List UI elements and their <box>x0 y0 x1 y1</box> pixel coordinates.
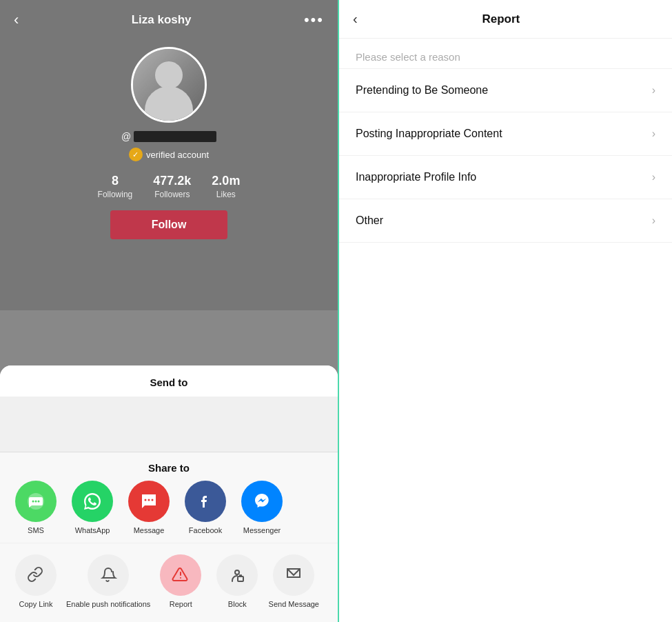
avatar-container <box>0 47 338 123</box>
notifications-icon[interactable] <box>88 554 129 596</box>
likes-count: 2.0m <box>212 174 240 188</box>
report-option-text-other: Other <box>356 214 383 227</box>
chevron-right-icon-0: › <box>652 84 655 97</box>
share-whatsapp[interactable]: WhatsApp <box>66 481 119 534</box>
profile-header: ‹ Liza koshy ••• <box>0 0 338 40</box>
action-report[interactable]: Report <box>154 554 207 608</box>
sms-label: SMS <box>28 526 44 534</box>
action-icons-row: Copy Link Enable push notifications <box>0 543 338 608</box>
svg-point-5 <box>148 499 150 501</box>
avatar-image <box>133 49 205 121</box>
send-to-header: Send to <box>0 365 338 397</box>
svg-point-9 <box>235 570 239 574</box>
report-header: ‹ Report <box>339 0 672 39</box>
facebook-icon[interactable] <box>185 481 226 522</box>
send-to-content <box>0 397 338 452</box>
share-facebook[interactable]: Facebook <box>179 481 232 534</box>
svg-point-2 <box>35 501 37 503</box>
messenger-label: Messenger <box>243 526 281 534</box>
following-count: 8 <box>98 174 133 188</box>
report-back-button[interactable]: ‹ <box>353 11 358 27</box>
message-label: Message <box>134 526 165 534</box>
copy-link-icon[interactable] <box>15 554 57 596</box>
action-notifications[interactable]: Enable push notifications <box>66 554 150 608</box>
follow-button[interactable]: Follow <box>110 210 227 239</box>
report-option-text-pretending: Pretending to Be Someone <box>356 84 488 97</box>
share-to-header: Share to <box>0 452 338 481</box>
chevron-right-icon-3: › <box>652 214 655 227</box>
profile-background: ‹ Liza koshy ••• @ ✓ verified account 8 … <box>0 0 338 310</box>
svg-point-1 <box>32 501 34 503</box>
report-options: Pretending to Be Someone › Posting Inapp… <box>339 69 672 622</box>
notifications-label: Enable push notifications <box>66 600 150 608</box>
followers-count: 477.2k <box>153 174 191 188</box>
share-message[interactable]: Message <box>123 481 175 534</box>
report-option-profile-info[interactable]: Inappropriate Profile Info › <box>339 156 672 199</box>
report-title: Report <box>369 12 633 26</box>
username-redacted <box>134 131 216 142</box>
send-message-label: Send Message <box>269 600 319 608</box>
report-option-other[interactable]: Other › <box>339 199 672 243</box>
report-subtitle: Please select a reason <box>339 39 672 69</box>
verified-row: ✓ verified account <box>0 148 338 161</box>
sms-icon[interactable] <box>15 481 57 522</box>
username-at-symbol: @ <box>121 131 131 142</box>
block-label: Block <box>228 600 247 608</box>
svg-point-6 <box>152 499 154 501</box>
stat-following: 8 Following <box>98 174 133 199</box>
send-to-label: Send to <box>150 377 188 388</box>
left-panel: ‹ Liza koshy ••• @ ✓ verified account 8 … <box>0 0 338 622</box>
stat-followers: 477.2k Followers <box>153 174 191 199</box>
action-block[interactable]: Block <box>211 554 263 608</box>
stats-row: 8 Following 477.2k Followers 2.0m Likes <box>0 174 338 199</box>
whatsapp-label: WhatsApp <box>75 526 110 534</box>
message-icon[interactable] <box>128 481 170 522</box>
chevron-right-icon-1: › <box>652 128 655 140</box>
report-option-text-profile-info: Inappropriate Profile Info <box>356 171 476 183</box>
report-icon[interactable] <box>160 554 201 596</box>
chevron-right-icon-2: › <box>652 171 655 183</box>
following-label: Following <box>98 190 133 199</box>
likes-label: Likes <box>212 190 240 199</box>
share-messenger[interactable]: Messenger <box>236 481 288 534</box>
action-copy-link[interactable]: Copy Link <box>10 554 62 608</box>
bottom-sheet: Send to Share to SMS <box>0 365 338 622</box>
share-icons-row: SMS WhatsApp <box>0 481 338 534</box>
share-to-label: Share to <box>148 462 190 474</box>
stat-likes: 2.0m Likes <box>212 174 240 199</box>
block-icon[interactable] <box>216 554 258 596</box>
verified-text: verified account <box>146 150 209 160</box>
verified-badge-icon: ✓ <box>129 148 143 161</box>
svg-rect-10 <box>238 576 243 581</box>
followers-label: Followers <box>153 190 191 199</box>
messenger-icon[interactable] <box>241 481 283 522</box>
facebook-label: Facebook <box>189 526 222 534</box>
whatsapp-icon[interactable] <box>72 481 113 522</box>
svg-point-4 <box>145 499 147 501</box>
more-options-button[interactable]: ••• <box>304 11 324 29</box>
right-panel: ‹ Report Please select a reason Pretendi… <box>338 0 672 622</box>
report-label: Report <box>170 600 192 608</box>
report-option-pretending[interactable]: Pretending to Be Someone › <box>339 69 672 112</box>
username-row: @ <box>0 131 338 142</box>
svg-point-3 <box>38 501 40 503</box>
report-option-text-inappropriate-content: Posting Inappropriate Content <box>356 128 502 140</box>
profile-back-button[interactable]: ‹ <box>14 11 19 29</box>
profile-name: Liza koshy <box>132 13 192 27</box>
report-option-inappropriate-content[interactable]: Posting Inappropriate Content › <box>339 112 672 156</box>
share-sms[interactable]: SMS <box>10 481 62 534</box>
copy-link-label: Copy Link <box>19 600 53 608</box>
action-send-message[interactable]: Send Message <box>267 554 320 608</box>
avatar <box>131 47 207 123</box>
send-message-icon[interactable] <box>273 554 314 596</box>
